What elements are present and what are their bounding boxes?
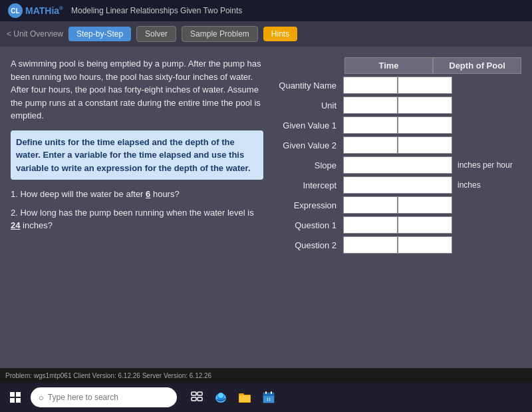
- table-row: Question 2: [274, 236, 521, 254]
- top-bar: CL MATHia® Modeling Linear Relationships…: [0, 0, 532, 21]
- unit-overview-link[interactable]: < Unit Overview: [7, 29, 63, 39]
- search-input[interactable]: [48, 393, 169, 402]
- svg-rect-17: [271, 391, 272, 394]
- row-label-slope: Slope: [274, 160, 340, 170]
- row-label-quantity-name: Quantity Name: [274, 81, 340, 91]
- cell-question2-time[interactable]: [343, 236, 398, 254]
- right-panel: Time Depth of Pool Quantity Name Unit Gi…: [274, 57, 521, 357]
- row-label-unit: Unit: [274, 101, 340, 110]
- table-row: Unit: [274, 97, 521, 114]
- svg-rect-6: [192, 397, 196, 401]
- slope-suffix: inches per hour: [455, 160, 521, 170]
- logo: CL MATHia®: [8, 3, 63, 18]
- table-row: Expression: [274, 196, 521, 214]
- table-row: Question 1: [274, 216, 521, 234]
- table-row: Quantity Name: [274, 77, 521, 94]
- svg-rect-7: [198, 397, 202, 401]
- question-2: 2. How long has the pump been running wh…: [11, 206, 263, 232]
- cell-given1-time[interactable]: [343, 116, 398, 134]
- logo-text: MATHia®: [25, 5, 63, 16]
- question1-num: 6: [146, 189, 150, 199]
- col-time-header: Time: [344, 57, 433, 74]
- status-text: Problem: wgs1mtp061 Client Version: 6.12…: [5, 372, 211, 379]
- taskbar-icons: 11: [188, 388, 278, 407]
- taskview-icon[interactable]: [188, 388, 206, 407]
- cell-given2-depth[interactable]: [398, 136, 452, 154]
- windows-button[interactable]: [5, 387, 25, 407]
- file-explorer-icon[interactable]: [235, 388, 254, 407]
- row-label-intercept: Intercept: [274, 180, 340, 190]
- cell-expression-depth[interactable]: [398, 196, 452, 214]
- row-cells-expression: [343, 196, 452, 214]
- step-by-step-button[interactable]: Step-by-Step: [68, 27, 131, 41]
- calendar-icon[interactable]: 11: [259, 388, 278, 407]
- table-header: Time Depth of Pool: [344, 57, 521, 74]
- nav-bar: < Unit Overview Step-by-Step Solver Samp…: [0, 21, 532, 47]
- cell-intercept-time[interactable]: [343, 176, 452, 194]
- logo-icon: CL: [8, 3, 23, 18]
- table-row: Slope inches per hour: [274, 156, 521, 174]
- svg-rect-16: [265, 391, 267, 394]
- table-row: Given Value 1: [274, 116, 521, 134]
- solver-button[interactable]: Solver: [136, 26, 176, 42]
- row-cells-question1: [343, 216, 452, 234]
- problem-description: A swimming pool is being emptied by a pu…: [11, 57, 263, 122]
- row-label-question1: Question 1: [274, 220, 340, 230]
- question2-prefix: 2. How long has the pump been running wh…: [11, 208, 254, 218]
- left-panel: A swimming pool is being emptied by a pu…: [11, 57, 263, 357]
- cell-given2-time[interactable]: [343, 136, 398, 154]
- svg-rect-3: [16, 398, 21, 403]
- question-1: 1. How deep will the water be after 6 ho…: [11, 188, 263, 201]
- question2-num: 24: [11, 220, 20, 230]
- row-label-given1: Given Value 1: [274, 120, 340, 130]
- row-cells-slope: [343, 156, 452, 174]
- cell-unit-depth[interactable]: [398, 97, 452, 114]
- search-icon: ○: [39, 393, 44, 403]
- question1-suffix: hours?: [153, 189, 180, 199]
- svg-rect-2: [10, 398, 15, 403]
- hints-button[interactable]: Hints: [263, 27, 297, 41]
- cell-question1-depth[interactable]: [398, 216, 452, 234]
- search-bar[interactable]: ○: [31, 387, 177, 407]
- cell-quantity-name-time[interactable]: [343, 77, 398, 94]
- svg-rect-5: [198, 392, 202, 395]
- row-label-given2: Given Value 2: [274, 140, 340, 150]
- cell-given1-depth[interactable]: [398, 116, 452, 134]
- taskbar: ○: [0, 383, 532, 412]
- question2-suffix: inches?: [23, 220, 53, 230]
- svg-rect-1: [16, 392, 21, 397]
- main-content: A swimming pool is being emptied by a pu…: [0, 47, 532, 368]
- question1-prefix: 1. How deep will the water be after: [11, 189, 143, 199]
- svg-text:11: 11: [267, 397, 271, 401]
- row-cells-unit: [343, 97, 452, 114]
- sample-problem-button[interactable]: Sample Problem: [182, 26, 258, 42]
- row-cells-given2: [343, 136, 452, 154]
- svg-rect-0: [10, 392, 15, 397]
- svg-rect-15: [263, 393, 274, 396]
- svg-point-10: [218, 393, 223, 398]
- cell-question1-time[interactable]: [343, 216, 398, 234]
- page-title: Modeling Linear Relationships Given Two …: [71, 6, 242, 15]
- status-bar: Problem: wgs1mtp061 Client Version: 6.12…: [0, 368, 532, 383]
- table-row: Given Value 2: [274, 136, 521, 154]
- row-cells-question2: [343, 236, 452, 254]
- svg-rect-4: [192, 392, 196, 395]
- cell-slope-time[interactable]: [343, 156, 452, 174]
- row-cells-quantity-name: [343, 77, 452, 94]
- table-row: Intercept inches: [274, 176, 521, 194]
- questions: 1. How deep will the water be after 6 ho…: [11, 188, 263, 232]
- intercept-suffix: inches: [455, 180, 521, 190]
- col-depth-header: Depth of Pool: [433, 57, 521, 74]
- cell-unit-time[interactable]: [343, 97, 398, 114]
- cell-quantity-name-depth[interactable]: [398, 77, 452, 94]
- row-cells-given1: [343, 116, 452, 134]
- svg-rect-13: [239, 395, 250, 402]
- row-cells-intercept: [343, 176, 452, 194]
- row-label-question2: Question 2: [274, 240, 340, 250]
- cell-expression-time[interactable]: [343, 196, 398, 214]
- instructions-text: Define units for the time elapsed and th…: [11, 130, 263, 180]
- edge-browser-icon[interactable]: [211, 388, 230, 407]
- cell-question2-depth[interactable]: [398, 236, 452, 254]
- row-label-expression: Expression: [274, 200, 340, 210]
